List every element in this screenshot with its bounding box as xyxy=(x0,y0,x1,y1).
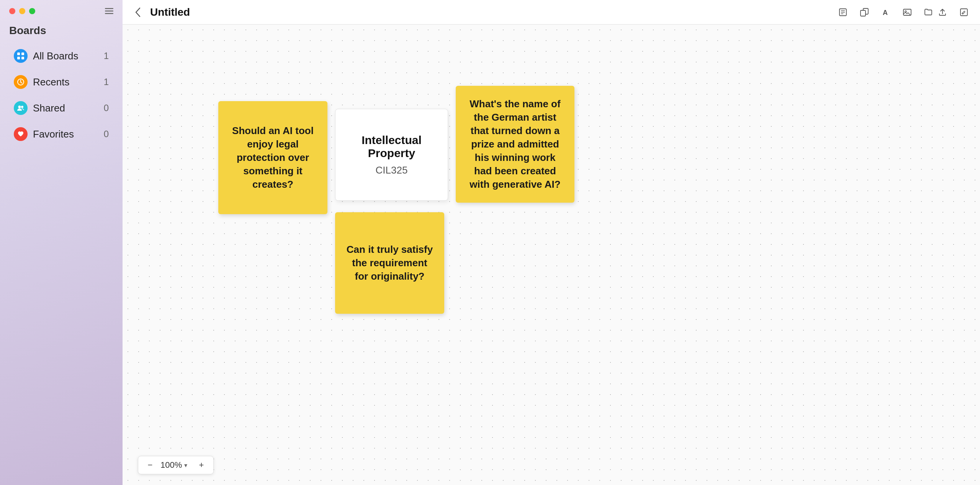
sticky-note-originality-text: Can it truly satisfy the requirement for… xyxy=(346,243,434,283)
card-title: Intellectual Property xyxy=(346,134,437,160)
toolbar-right-icons xyxy=(936,5,971,19)
all-boards-count: 1 xyxy=(104,51,109,61)
recents-icon xyxy=(14,75,28,89)
svg-rect-3 xyxy=(17,52,20,55)
sticky-note-german-artist-text: What's the name of the German artist tha… xyxy=(466,97,564,192)
sidebar-item-all-boards[interactable]: All Boards 1 xyxy=(5,44,118,68)
sticky-note-ai-legal-text: Should an AI tool enjoy legal protection… xyxy=(229,124,317,191)
sticky-note-german-artist[interactable]: What's the name of the German artist tha… xyxy=(456,86,574,203)
sidebar-item-recents[interactable]: Recents 1 xyxy=(5,70,118,94)
all-boards-label: All Boards xyxy=(33,50,104,62)
sidebar-item-favorites[interactable]: Favorites 0 xyxy=(5,122,118,146)
notes-icon-button[interactable] xyxy=(836,5,850,19)
shared-count: 0 xyxy=(104,103,109,113)
card-subtitle: CIL325 xyxy=(376,164,408,176)
canvas[interactable]: Should an AI tool enjoy legal protection… xyxy=(123,25,980,485)
zoom-level-selector[interactable]: 100% ▾ xyxy=(160,460,191,470)
copy-icon-button[interactable] xyxy=(857,5,871,19)
main-area: Untitled A xyxy=(123,0,980,485)
favorites-icon xyxy=(14,127,28,141)
favorites-count: 0 xyxy=(104,129,109,139)
edit-button[interactable] xyxy=(957,5,971,19)
zoom-level-text: 100% xyxy=(160,460,182,470)
shared-icon xyxy=(14,101,28,115)
sidebar-nav: All Boards 1 Recents 1 xyxy=(0,41,123,149)
svg-rect-17 xyxy=(861,10,865,16)
page-title: Untitled xyxy=(150,6,836,18)
zoom-out-button[interactable]: − xyxy=(144,459,156,471)
svg-rect-2 xyxy=(105,13,113,14)
svg-rect-21 xyxy=(960,9,967,16)
svg-rect-5 xyxy=(17,57,20,59)
back-button[interactable] xyxy=(132,6,144,19)
sidebar-item-shared[interactable]: Shared 0 xyxy=(5,96,118,120)
window-controls xyxy=(0,0,123,18)
text-icon-button[interactable]: A xyxy=(879,5,893,19)
maximize-button[interactable] xyxy=(29,8,35,14)
sidebar: Boards All Boards 1 xyxy=(0,0,123,485)
sticky-note-originality[interactable]: Can it truly satisfy the requirement for… xyxy=(335,212,444,314)
svg-rect-0 xyxy=(105,8,113,9)
favorites-label: Favorites xyxy=(33,128,104,140)
svg-rect-6 xyxy=(21,57,24,59)
card-intellectual-property[interactable]: Intellectual Property CIL325 xyxy=(335,109,448,201)
recents-count: 1 xyxy=(104,77,109,87)
svg-rect-1 xyxy=(105,11,113,12)
svg-rect-4 xyxy=(21,52,24,55)
share-button[interactable] xyxy=(936,5,949,19)
svg-line-9 xyxy=(21,82,22,84)
toolbar-center-icons: A xyxy=(836,5,936,19)
all-boards-icon xyxy=(14,49,28,63)
folder-icon-button[interactable] xyxy=(922,5,936,19)
zoom-chevron-icon: ▾ xyxy=(184,462,187,469)
shared-label: Shared xyxy=(33,102,104,114)
media-icon-button[interactable] xyxy=(900,5,914,19)
svg-text:A: A xyxy=(883,9,888,16)
sidebar-toggle-button[interactable] xyxy=(105,8,113,15)
close-button[interactable] xyxy=(9,8,15,14)
sticky-note-ai-legal[interactable]: Should an AI tool enjoy legal protection… xyxy=(218,101,327,214)
recents-label: Recents xyxy=(33,76,104,88)
zoom-bar: − 100% ▾ + xyxy=(138,456,214,474)
svg-point-11 xyxy=(21,106,23,108)
toolbar: Untitled A xyxy=(123,0,980,25)
minimize-button[interactable] xyxy=(19,8,25,14)
svg-point-10 xyxy=(18,106,21,108)
sidebar-section-boards: Boards xyxy=(0,18,123,41)
zoom-in-button[interactable]: + xyxy=(196,459,207,471)
